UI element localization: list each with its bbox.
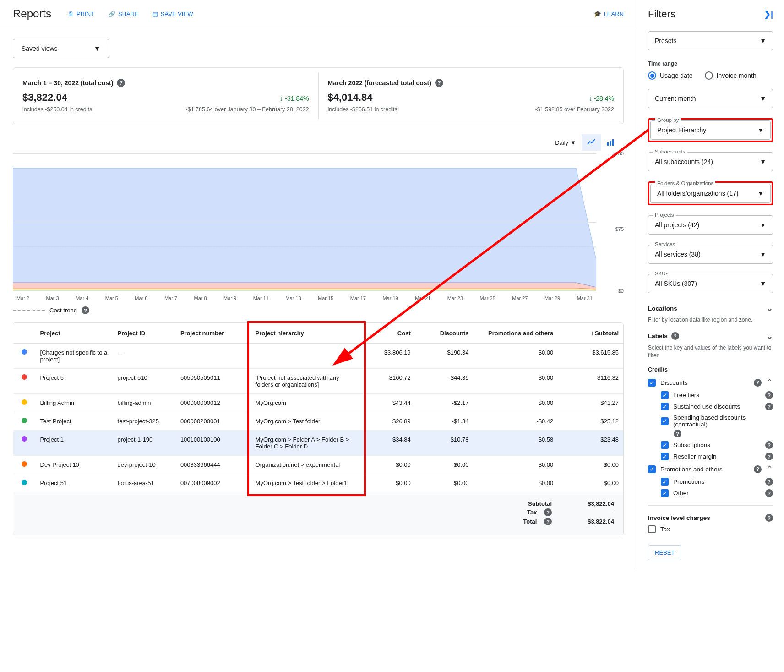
help-icon[interactable]: ? bbox=[754, 465, 762, 473]
chevron-down-icon: ▼ bbox=[760, 95, 766, 102]
table-row[interactable]: Project 5project-510505050505011[Project… bbox=[13, 369, 623, 394]
spending-checkbox[interactable]: ✓Spending based discounts (contractual) bbox=[661, 414, 773, 428]
help-icon[interactable]: ? bbox=[435, 79, 443, 87]
projects-dropdown[interactable]: Projects All projects (42) ▼ bbox=[648, 215, 773, 235]
help-icon[interactable]: ? bbox=[544, 518, 552, 525]
x-tick: Mar 19 bbox=[382, 295, 398, 301]
presets-dropdown[interactable]: Presets ▼ bbox=[648, 31, 773, 50]
subaccounts-dropdown[interactable]: Subaccounts All subaccounts (24) ▼ bbox=[648, 152, 773, 171]
granularity-dropdown[interactable]: Daily ▼ bbox=[555, 139, 576, 146]
help-icon[interactable]: ? bbox=[765, 514, 773, 522]
help-icon[interactable]: ? bbox=[765, 391, 773, 399]
subscriptions-checkbox[interactable]: ✓Subscriptions? bbox=[661, 441, 773, 449]
table-row[interactable]: [Charges not specific to a project]—$3,8… bbox=[13, 344, 623, 369]
locations-expander[interactable]: Locations ⌄ bbox=[648, 303, 773, 313]
checkbox-icon: ✓ bbox=[661, 417, 669, 425]
labels-sub: Select the key and values of the labels … bbox=[648, 344, 773, 360]
learn-button[interactable]: 🎓 LEARN bbox=[594, 11, 624, 17]
cell-discounts: -$10.78 bbox=[415, 431, 474, 456]
col-cost[interactable]: Cost bbox=[362, 323, 415, 344]
reset-button[interactable]: RESET bbox=[648, 545, 681, 560]
col-promotions[interactable]: Promotions and others bbox=[473, 323, 558, 344]
folders-label: Folders & Organizations bbox=[655, 180, 715, 186]
series-color-dot bbox=[22, 349, 27, 355]
group-by-value: Project Hierarchy bbox=[657, 126, 706, 134]
col-subtotal[interactable]: ↓Subtotal bbox=[558, 323, 623, 344]
share-label: SHARE bbox=[118, 11, 139, 17]
help-icon[interactable]: ? bbox=[544, 508, 552, 516]
folders-dropdown[interactable]: Folders & Organizations All folders/orga… bbox=[650, 184, 771, 203]
share-button[interactable]: 🔗 SHARE bbox=[108, 11, 139, 17]
tax-checkbox[interactable]: Tax bbox=[648, 525, 773, 533]
series-color-dot bbox=[22, 461, 27, 467]
summary-right-pct: ↓ -28.4% bbox=[589, 95, 614, 102]
time-range-dropdown[interactable]: Current month ▼ bbox=[648, 89, 773, 108]
cell-hierarchy bbox=[251, 344, 362, 369]
save-view-button[interactable]: ▤ SAVE VIEW bbox=[152, 11, 193, 17]
help-icon[interactable]: ? bbox=[82, 306, 89, 314]
cell-discounts: -$2.17 bbox=[415, 394, 474, 412]
checkbox-icon: ✓ bbox=[648, 465, 656, 473]
x-tick: Mar 8 bbox=[194, 295, 207, 301]
help-icon[interactable]: ? bbox=[765, 453, 773, 460]
labels-expander[interactable]: Labels? ⌄ bbox=[648, 331, 773, 341]
summary-right-includes: includes -$266.51 in credits bbox=[328, 106, 397, 113]
cell-project: Dev Project 10 bbox=[36, 456, 113, 474]
collapse-filters-icon[interactable]: ❯| bbox=[764, 9, 773, 19]
col-project-id[interactable]: Project ID bbox=[113, 323, 176, 344]
x-tick: Mar 7 bbox=[164, 295, 177, 301]
discounts-checkbox-row[interactable]: ✓ Discounts ? ⌃ bbox=[648, 377, 773, 388]
line-chart-toggle[interactable] bbox=[582, 134, 601, 151]
help-icon[interactable]: ? bbox=[117, 79, 125, 87]
promotion-checkbox[interactable]: ✓Promotions? bbox=[661, 478, 773, 486]
x-tick: Mar 4 bbox=[76, 295, 88, 301]
radio-invoice-month[interactable]: Invoice month bbox=[705, 71, 757, 80]
cell-promotions: $0.00 bbox=[473, 369, 558, 394]
cell-subtotal: $41.27 bbox=[558, 394, 623, 412]
other-checkbox[interactable]: ✓Other? bbox=[661, 489, 773, 497]
x-tick: Mar 25 bbox=[480, 295, 495, 301]
help-icon[interactable]: ? bbox=[765, 489, 773, 497]
saved-views-dropdown[interactable]: Saved views ▼ bbox=[13, 39, 109, 58]
checkbox-icon: ✓ bbox=[661, 489, 669, 497]
checkbox-icon: ✓ bbox=[648, 379, 656, 387]
reseller-checkbox[interactable]: ✓Reseller margin? bbox=[661, 453, 773, 460]
table-row[interactable]: Project 1project-1-190100100100100MyOrg.… bbox=[13, 431, 623, 456]
cost-chart[interactable]: $150 $75 $0 Mar 2Mar 3Mar 4Mar 5Mar 6Mar… bbox=[13, 153, 624, 305]
col-project[interactable]: Project bbox=[36, 323, 113, 344]
x-tick: Mar 3 bbox=[46, 295, 59, 301]
skus-dropdown[interactable]: SKUs All SKUs (307) ▼ bbox=[648, 274, 773, 293]
cell-cost: $160.72 bbox=[362, 369, 415, 394]
subaccounts-value: All subaccounts (24) bbox=[655, 158, 713, 165]
x-tick: Mar 15 bbox=[318, 295, 333, 301]
table-row[interactable]: Billing Adminbilling-admin000000000012My… bbox=[13, 394, 623, 412]
services-dropdown[interactable]: Services All services (38) ▼ bbox=[648, 245, 773, 264]
cell-hierarchy: [Project not associated with any folders… bbox=[251, 369, 362, 394]
help-icon[interactable]: ? bbox=[671, 332, 679, 340]
chevron-down-icon: ▼ bbox=[760, 37, 766, 44]
chevron-down-icon: ▼ bbox=[760, 158, 766, 165]
print-button[interactable]: 🖶 PRINT bbox=[68, 11, 94, 17]
col-project-number[interactable]: Project number bbox=[176, 323, 251, 344]
annotation-folders-box: Folders & Organizations All folders/orga… bbox=[648, 181, 773, 205]
y-tick: $75 bbox=[615, 226, 624, 232]
col-discounts[interactable]: Discounts bbox=[415, 323, 474, 344]
group-by-dropdown[interactable]: Group by Project Hierarchy ▼ bbox=[650, 120, 771, 140]
col-hierarchy[interactable]: Project hierarchy bbox=[251, 323, 362, 344]
radio-usage-date[interactable]: Usage date bbox=[648, 71, 693, 80]
cell-hierarchy: MyOrg.com bbox=[251, 394, 362, 412]
table-row[interactable]: Project 51focus-area-51007008009002MyOrg… bbox=[13, 474, 623, 492]
table-row[interactable]: Dev Project 10dev-project-10000333666444… bbox=[13, 456, 623, 474]
folders-value: All folders/organizations (17) bbox=[657, 190, 738, 197]
free-tiers-checkbox[interactable]: ✓Free tiers? bbox=[661, 391, 773, 399]
promotions-checkbox-row[interactable]: ✓ Promotions and others ? ⌃ bbox=[648, 464, 773, 474]
help-icon[interactable]: ? bbox=[674, 430, 681, 437]
bar-chart-icon bbox=[606, 138, 615, 147]
help-icon[interactable]: ? bbox=[765, 478, 773, 486]
help-icon[interactable]: ? bbox=[765, 403, 773, 410]
help-icon[interactable]: ? bbox=[754, 379, 762, 387]
table-row[interactable]: Test Projecttest-project-325000000200001… bbox=[13, 412, 623, 431]
help-icon[interactable]: ? bbox=[765, 441, 773, 449]
sustained-checkbox[interactable]: ✓Sustained use discounts? bbox=[661, 403, 773, 410]
bar-chart-toggle[interactable] bbox=[601, 134, 620, 151]
